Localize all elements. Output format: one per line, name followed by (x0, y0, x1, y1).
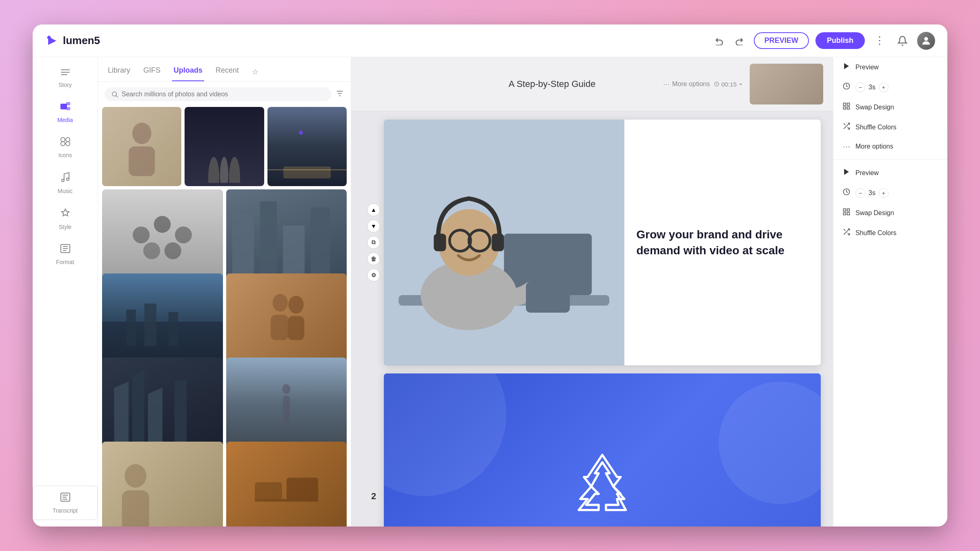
logo-text: lumen5 (63, 34, 100, 47)
format-icon (60, 243, 71, 256)
media-thumb-9[interactable] (226, 358, 347, 448)
svg-point-35 (175, 226, 192, 243)
time-display: 00:15 (714, 81, 743, 88)
left-sidebar: Story Media (33, 57, 98, 527)
logo[interactable]: lumen5 (45, 33, 100, 48)
redo-button[interactable] (731, 33, 747, 49)
svg-rect-29 (129, 147, 155, 176)
notification-button[interactable] (894, 33, 911, 49)
more-dots-icon-1: ⋯ (842, 142, 851, 151)
slide-1-copy-btn[interactable]: ⧉ (367, 236, 380, 249)
sidebar-item-transcript[interactable]: Transcript (33, 486, 98, 520)
filter-button[interactable] (335, 89, 344, 100)
svg-point-30 (208, 157, 219, 183)
svg-rect-84 (844, 209, 846, 211)
slide-2[interactable]: Build trust with your clients and demons… (384, 373, 821, 527)
slide-1[interactable]: Grow your brand and drive demand with vi… (384, 120, 821, 365)
more-options-dots: ⋯ (663, 80, 670, 88)
right-preview-btn-1[interactable]: Preview (833, 57, 947, 77)
favorites-star[interactable]: ☆ (252, 67, 258, 76)
more-options-top[interactable]: ⋯ More options (663, 80, 710, 88)
search-input[interactable] (122, 91, 325, 98)
time-minus-1[interactable]: − (855, 82, 865, 92)
media-thumb-6[interactable] (102, 273, 223, 364)
tab-recent[interactable]: Recent (214, 62, 241, 81)
sidebar-item-format[interactable]: Format (33, 237, 98, 272)
slide-1-delete-btn[interactable]: 🗑 (367, 252, 380, 265)
slide-1-down-btn[interactable]: ▼ (367, 220, 380, 233)
svg-rect-73 (434, 233, 446, 251)
more-menu-button[interactable]: ⋮ (871, 33, 888, 49)
svg-marker-50 (114, 382, 129, 448)
right-more-options-1[interactable]: ⋯ More options (833, 137, 947, 156)
svg-rect-85 (847, 209, 850, 211)
svg-rect-75 (526, 282, 570, 313)
time-control-2: − 3s + (855, 188, 889, 198)
svg-line-57 (286, 416, 291, 430)
music-label: Music (58, 188, 73, 194)
right-preview-btn-2[interactable]: Preview (833, 163, 947, 183)
shuffle-colors-label-2: Shuffle Colors (855, 229, 896, 237)
media-thumb-11[interactable] (226, 442, 347, 527)
svg-rect-61 (286, 478, 318, 500)
right-duration-2[interactable]: − 3s + (833, 183, 947, 203)
slide-1-up-btn[interactable]: ▲ (367, 203, 380, 216)
media-thumb-5[interactable] (226, 189, 347, 280)
top-controls: ⋯ More options 00:15 (602, 80, 743, 88)
time-plus-1[interactable]: + (879, 82, 889, 92)
user-avatar[interactable] (917, 32, 935, 50)
more-options-label-1: More options (855, 143, 893, 150)
svg-point-34 (154, 216, 171, 233)
tab-uploads[interactable]: Uploads (172, 62, 204, 81)
right-swap-design-2[interactable]: Swap Design (833, 203, 947, 223)
right-shuffle-colors-2[interactable]: Shuffle Colors (833, 223, 947, 243)
time-plus-2[interactable]: + (879, 188, 889, 198)
media-thumb-7[interactable] (226, 273, 347, 364)
svg-point-2 (924, 37, 928, 40)
svg-point-9 (61, 138, 65, 142)
sidebar-item-style[interactable]: Style (33, 201, 98, 237)
time-minus-2[interactable]: − (855, 188, 865, 198)
publish-button[interactable]: Publish (815, 32, 865, 49)
right-duration-1[interactable]: − 3s + (833, 77, 947, 97)
format-label: Format (56, 259, 74, 265)
time-value-2: 3s (869, 189, 875, 197)
sidebar-item-music[interactable]: Music (33, 165, 98, 201)
media-thumb-2[interactable] (185, 107, 264, 186)
svg-point-31 (229, 157, 240, 183)
svg-point-10 (66, 138, 70, 142)
swap-design-label-2: Swap Design (855, 209, 894, 217)
tab-library[interactable]: Library (106, 62, 132, 81)
svg-point-58 (125, 464, 146, 488)
svg-rect-39 (260, 202, 276, 280)
slide-1-wrapper: ▲ ▼ ⧉ 🗑 ⚙ (363, 120, 821, 365)
sidebar-item-icons[interactable]: Icons (33, 130, 98, 165)
sidebar-item-media[interactable]: Media (33, 95, 98, 130)
sidebar-item-story[interactable]: Story (33, 61, 98, 95)
svg-marker-76 (844, 63, 849, 69)
tab-gifs[interactable]: GIFS (142, 62, 162, 81)
media-panel: Library GIFS Uploads Recent ☆ (98, 57, 351, 527)
search-input-wrap[interactable] (105, 87, 331, 101)
right-shuffle-colors-1[interactable]: Shuffle Colors (833, 117, 947, 137)
topbar: lumen5 PREVIEW Publish (33, 24, 947, 57)
slide-1-text: Grow your brand and drive demand with vi… (624, 120, 821, 365)
media-thumb-1[interactable] (102, 107, 181, 186)
media-tabs: Library GIFS Uploads Recent ☆ (98, 57, 351, 82)
right-swap-design-1[interactable]: Swap Design (833, 97, 947, 117)
svg-line-24 (116, 96, 118, 97)
svg-marker-53 (174, 379, 187, 448)
media-thumb-4[interactable] (102, 189, 223, 280)
media-thumb-10[interactable] (102, 442, 223, 527)
media-thumb-3[interactable] (267, 107, 347, 186)
slide-2-number: 2 (363, 491, 384, 502)
undo-button[interactable] (711, 33, 728, 49)
svg-rect-79 (847, 103, 850, 106)
preview-label-2: Preview (855, 169, 879, 177)
icons-icon (60, 136, 71, 149)
slides-container: ▲ ▼ ⧉ 🗑 ⚙ (351, 111, 833, 527)
slide-1-settings-btn[interactable]: ⚙ (367, 269, 380, 282)
media-thumb-8[interactable] (102, 358, 223, 448)
preview-button[interactable]: PREVIEW (754, 32, 809, 49)
slide-1-heading: Grow your brand and drive demand with vi… (637, 227, 809, 258)
